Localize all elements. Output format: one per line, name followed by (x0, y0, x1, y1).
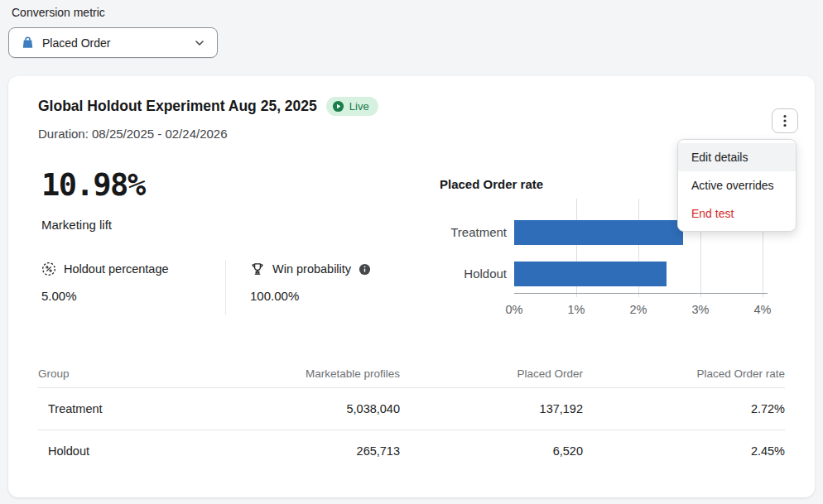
cell-group: Treatment (38, 402, 204, 415)
conversion-metric-value: Placed Order (42, 36, 194, 50)
win-probability-value: 100.00% (250, 289, 371, 303)
conversion-metric-label: Conversion metric (12, 6, 105, 19)
win-probability-stat: Win probability 100.00% (250, 262, 371, 303)
column-header-marketable-profiles: Marketable profiles (204, 367, 400, 380)
marketing-lift-value: 10.98% (41, 167, 145, 203)
marketing-lift-label: Marketing lift (41, 218, 112, 232)
x-tick: 0% (506, 303, 523, 316)
column-header-group: Group (38, 367, 204, 380)
win-probability-label: Win probability (272, 262, 351, 276)
cell-group: Holdout (38, 444, 204, 458)
experiment-card: Global Holdout Experiment Aug 25, 2025 L… (8, 76, 815, 497)
chart-category-holdout: Holdout (431, 266, 507, 281)
x-tick: 4% (754, 303, 772, 316)
menu-item-active-overrides[interactable]: Active overrides (678, 171, 796, 199)
x-tick: 2% (630, 303, 647, 316)
holdout-percentage-label: Holdout percentage (64, 262, 169, 276)
cell-rate: 2.72% (583, 402, 785, 415)
chart-category-treatment: Treatment (431, 225, 507, 239)
live-status-text: Live (349, 100, 369, 113)
live-status-badge: Live (326, 97, 378, 116)
experiment-title-row: Global Holdout Experiment Aug 25, 2025 L… (38, 97, 378, 116)
column-header-placed-order-rate: Placed Order rate (583, 367, 785, 380)
kebab-menu-icon (783, 114, 787, 127)
bar-holdout (514, 262, 667, 286)
table-header-row: Group Marketable profiles Placed Order P… (38, 358, 785, 388)
bar-treatment (514, 220, 683, 245)
menu-item-edit-details[interactable]: Edit details (678, 143, 796, 171)
overflow-menu: Edit details Active overrides End test (677, 139, 797, 232)
percent-circle-icon (41, 262, 56, 276)
table-row-treatment: Treatment 5,038,040 137,192 2.72% (38, 388, 785, 430)
x-tick: 1% (568, 303, 585, 316)
cell-profiles: 5,038,040 (204, 402, 400, 415)
play-circle-icon (332, 100, 344, 113)
info-icon[interactable] (359, 263, 371, 276)
x-axis-line (514, 293, 768, 294)
experiment-duration: Duration: 08/25/2025 - 02/24/2026 (38, 127, 228, 141)
results-table: Group Marketable profiles Placed Order P… (38, 358, 785, 472)
cell-profiles: 265,713 (204, 444, 400, 458)
conversion-metric-select[interactable]: Placed Order (8, 27, 218, 58)
column-header-placed-order: Placed Order (400, 367, 583, 380)
overflow-menu-button[interactable] (772, 108, 798, 133)
stat-divider (225, 260, 226, 314)
shopping-bag-icon (21, 36, 35, 50)
holdout-percentage-stat: Holdout percentage 5.00% (41, 262, 169, 303)
menu-item-end-test[interactable]: End test (678, 199, 796, 228)
cell-orders: 6,520 (400, 444, 583, 458)
x-tick: 3% (692, 303, 710, 316)
cell-orders: 137,192 (400, 402, 583, 415)
chart-title: Placed Order rate (440, 177, 543, 191)
table-row-holdout: Holdout 265,713 6,520 2.45% (38, 430, 785, 472)
holdout-percentage-value: 5.00% (41, 289, 169, 303)
experiment-title: Global Holdout Experiment Aug 25, 2025 (38, 98, 317, 115)
cell-rate: 2.45% (583, 444, 785, 458)
x-axis-tick-labels: 0% 1% 2% 3% 4% (514, 303, 763, 319)
trophy-icon (250, 262, 265, 276)
chevron-down-icon (194, 37, 205, 49)
